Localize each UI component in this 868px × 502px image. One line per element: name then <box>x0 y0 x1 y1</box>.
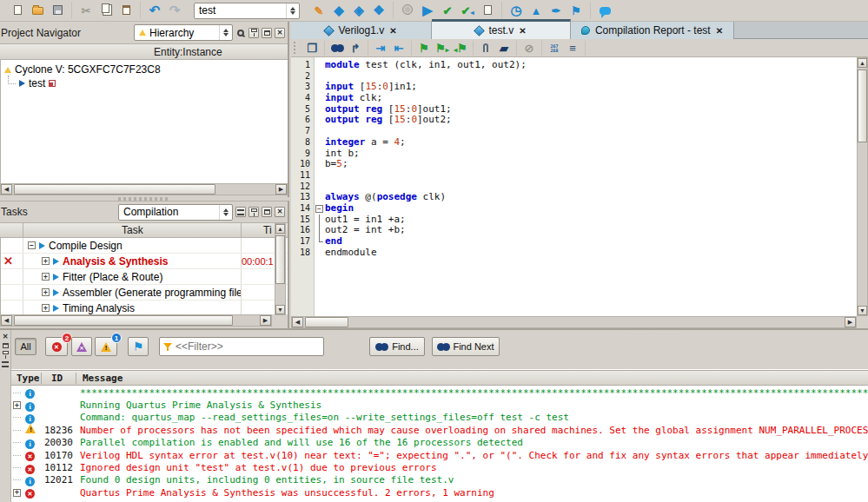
combo-spinner-icon[interactable] <box>286 3 299 18</box>
expand-icon[interactable]: + <box>42 304 50 312</box>
scroll-right-icon[interactable]: ▶ <box>260 315 271 326</box>
previous-bookmark-button[interactable]: ◂⚑ <box>452 41 469 56</box>
decrease-indent-button[interactable]: ⇤ <box>390 41 407 56</box>
code-editor[interactable]: 1module test (clk, in1, out1, out2);23in… <box>291 57 868 316</box>
run-task-icon[interactable] <box>53 305 59 312</box>
expand-icon[interactable]: + <box>13 489 21 497</box>
task-row-analysis-synthesis[interactable]: ✕+Analysis & Synthesis00:00:1 <box>1 254 288 269</box>
increase-indent-button[interactable]: ⇥ <box>372 41 389 56</box>
combo-spinner-icon[interactable] <box>219 205 232 220</box>
filter-errors-button[interactable]: ✕ 2 <box>45 337 68 356</box>
message-row-4[interactable]: 18236Number of processors has not been s… <box>11 424 868 436</box>
message-row-8[interactable]: i12021Found 0 design units, including 0 … <box>11 474 868 486</box>
run-task-icon[interactable] <box>53 289 59 296</box>
restore-panel-button[interactable] <box>262 28 272 38</box>
expand-icon[interactable]: + <box>42 273 50 281</box>
start-ip-generation-button[interactable]: ✔◂ <box>458 2 477 19</box>
editor-hscrollbar[interactable]: ◀ ▶ <box>291 316 857 328</box>
task-row-timing-analysis[interactable]: +Timing Analysis <box>1 301 288 314</box>
tab-close-icon[interactable]: ✕ <box>519 26 526 36</box>
code-line-18[interactable]: 18endmodule <box>291 248 868 259</box>
cut-button[interactable]: ✂ <box>76 2 96 19</box>
scroll-left-icon[interactable]: ◀ <box>292 317 303 327</box>
message-row-2[interactable]: +iRunning Quartus Prime Analysis & Synth… <box>11 399 868 411</box>
chat-button[interactable] <box>595 2 614 19</box>
restore-panel-button[interactable] <box>262 207 272 217</box>
technology-map-viewer-button[interactable]: ✒ <box>547 2 566 19</box>
code-line-9[interactable]: 9int b; <box>291 149 868 160</box>
tab-close-icon[interactable]: ✕ <box>716 26 723 36</box>
filter-input[interactable] <box>176 340 323 353</box>
task-row-fitter-place-route[interactable]: +Fitter (Place & Route) <box>1 269 288 285</box>
expand-icon[interactable]: + <box>13 401 21 409</box>
scrollbar-thumb[interactable] <box>858 69 867 142</box>
messages-menu-button[interactable] <box>2 361 9 367</box>
find-next-button[interactable]: Find Next <box>432 337 500 356</box>
collapse-icon[interactable]: − <box>28 241 36 249</box>
find-button[interactable]: Find... <box>369 337 425 356</box>
scroll-right-icon[interactable]: ▶ <box>275 184 287 195</box>
go-to-button[interactable]: ↱ <box>347 41 364 56</box>
timing-analyzer-button[interactable]: ◷ <box>507 2 526 19</box>
scroll-left-icon[interactable]: ◀ <box>1 315 12 326</box>
tree-item-test[interactable]: test <box>1 76 288 90</box>
syntax-off-button[interactable]: ⊘ <box>520 41 538 56</box>
attach-button[interactable] <box>477 41 494 56</box>
tree-item-cyclone-v-5cgxfc7c7f23c8[interactable]: Cyclone V: 5CGXFC7C7F23C8 <box>1 63 288 76</box>
editor-tab-verilog1-v[interactable]: Verilog1.v✕ <box>291 22 432 39</box>
run-task-icon[interactable] <box>39 242 45 249</box>
toolbar-grip[interactable] <box>294 42 297 54</box>
line-numbers-button[interactable]: 267268 <box>546 41 563 56</box>
scroll-right-icon[interactable]: ▶ <box>845 317 856 327</box>
close-panel-button[interactable]: ✕ <box>275 28 285 38</box>
next-bookmark-button[interactable]: ⚑▸ <box>434 41 451 56</box>
pin-panel-button[interactable] <box>248 207 259 217</box>
scroll-up-icon[interactable]: ▲ <box>275 224 285 234</box>
restore-panel-button[interactable] <box>3 343 9 348</box>
paste-button[interactable] <box>116 2 136 19</box>
message-row-1[interactable]: i***************************************… <box>11 386 868 399</box>
task-row-assembler-generate-programming-files[interactable]: +Assembler (Generate programming files) <box>1 285 288 301</box>
hierarchy-selector[interactable]: Hierarchy <box>134 24 233 41</box>
scrollbar-thumb[interactable] <box>14 315 233 326</box>
copy-button[interactable] <box>96 2 116 19</box>
filter-warnings-button[interactable]: 1 <box>95 337 117 356</box>
tab-close-icon[interactable]: ✕ <box>389 26 396 36</box>
scroll-down-icon[interactable]: ▼ <box>858 306 867 315</box>
pin-planner-button[interactable]: ◈ <box>349 2 368 19</box>
editor-tab-test-v[interactable]: test.v✕ <box>432 19 571 39</box>
open-in-new-window-button[interactable]: ❐ <box>303 41 321 56</box>
project-navigator-hscrollbar[interactable]: ◀ ▶ <box>0 183 288 195</box>
stop-processing-button[interactable] <box>398 2 417 19</box>
ruler-button[interactable]: ≡ <box>564 41 581 56</box>
update-netlist-button[interactable] <box>478 2 497 19</box>
scrollbar-thumb[interactable] <box>275 235 285 284</box>
close-panel-button[interactable]: ✕ <box>275 207 285 217</box>
expand-icon[interactable]: + <box>42 257 50 265</box>
scroll-left-icon[interactable]: ◀ <box>1 184 12 195</box>
code-line-16[interactable]: 16out2 = int +b; <box>291 225 868 236</box>
run-task-icon[interactable] <box>53 258 59 265</box>
entity-instance-column-header[interactable]: Entity:Instance <box>0 43 288 60</box>
editor-vscrollbar[interactable]: ▲ ▼ <box>857 57 868 316</box>
open-project-button[interactable] <box>28 2 47 19</box>
filter-critical-warnings-button[interactable] <box>71 337 92 356</box>
message-row-9[interactable]: +✕Quartus Prime Analysis & Synthesis was… <box>11 486 868 499</box>
pin-panel-button[interactable] <box>248 28 259 38</box>
scrollbar-thumb[interactable] <box>14 184 215 195</box>
editor-tab-compilation-report-test[interactable]: Compilation Report - test✕ <box>571 22 734 39</box>
tasks-table-header[interactable]: Task Ti <box>0 222 288 238</box>
tasks-menu-button[interactable] <box>235 207 246 217</box>
code-line-6[interactable]: 6output reg [15:0]out2; <box>291 115 868 126</box>
search-icon[interactable] <box>237 30 244 36</box>
message-row-5[interactable]: i20030Parallel compilation is enabled an… <box>11 437 868 449</box>
code-line-8[interactable]: 8integer a = 4; <box>291 137 868 149</box>
code-line-1[interactable]: 1module test (clk, in1, out1, out2); <box>291 60 868 71</box>
code-line-13[interactable]: 13always @(posedge clk) <box>291 192 868 203</box>
start-compilation-button[interactable]: ▶ <box>418 2 437 19</box>
tasks-vscrollbar[interactable]: ▲ ▼ <box>275 223 286 315</box>
redo-button[interactable]: ↷ <box>165 2 184 19</box>
insert-bookmark-button[interactable]: ⚑ <box>415 41 433 56</box>
scrollbar-thumb[interactable] <box>305 317 348 327</box>
message-row-3[interactable]: iCommand: quartus_map --read_settings_fi… <box>11 412 868 424</box>
